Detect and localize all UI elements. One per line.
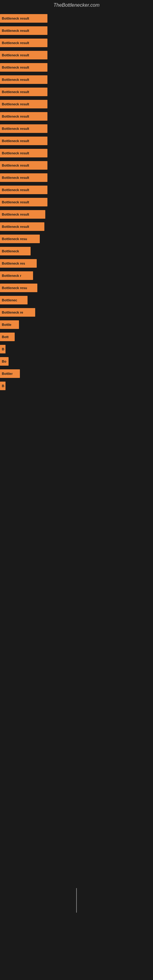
bar-label: Bottleneck result [2,90,29,94]
bottleneck-bar: Bottleneck result [0,88,48,96]
bar-label: Bottleneck result [2,151,29,155]
bar-label: Bottleneck result [2,213,29,216]
bar-row: Bottleneck result [0,49,153,61]
bar-row: Bottleneck result [0,123,153,135]
bar-row: Bottleneck r [0,269,153,282]
bar-label: Bottleneck r [2,274,21,277]
bar-label: Bottleneck re [2,310,23,314]
bar-label: Bottleneck res [2,261,25,265]
bar-label: Bottleneck result [2,139,29,143]
bar-row: Bottleneck re [0,306,153,318]
bar-label: Bottleneck result [2,225,29,229]
bar-label: Bott [2,335,9,339]
bar-row: Bottleneck res [0,257,153,269]
site-title: TheBottlenecker.com [0,0,153,9]
bar-row: B [0,380,153,392]
bar-row: Bottleneck result [0,86,153,98]
bottleneck-bar: B [0,345,5,353]
bottleneck-bar: Bottleneck resu [0,283,37,292]
bar-row: Bottleneck result [0,37,153,49]
bar-label: Bottleneck [2,249,19,253]
bar-row: Bottleneck resu [0,233,153,245]
bottleneck-bar: Bottler [0,369,20,378]
bottleneck-bar: Bottleneck result [0,26,48,35]
bar-row: B [0,343,153,355]
bottom-indicator [76,888,77,913]
bottleneck-bar: Bottleneck result [0,14,48,23]
bottleneck-bar: Bottleneck result [0,186,48,194]
bottleneck-bar: Bottleneck result [0,75,48,84]
bar-label: Bottle [2,323,11,326]
bars-container: Bottleneck resultBottleneck resultBottle… [0,9,153,922]
bottleneck-bar: Bottleneck result [0,149,48,158]
bottleneck-bar: Bottleneck re [0,308,35,317]
bar-row: Bottleneck result [0,12,153,24]
bottleneck-bar: B [0,382,5,390]
bar-row: Bottleneck result [0,172,153,184]
bottleneck-bar: Bottleneck result [0,137,48,145]
bar-row: Bottleneck result [0,208,153,221]
bottleneck-bar: Bottleneck r [0,271,33,280]
bar-label: Bottleneck result [2,176,29,180]
bar-row: Bo [0,355,153,368]
bar-row: Bottleneck result [0,184,153,196]
bar-row: Bottleneck result [0,135,153,147]
bar-label: Bottleneck resu [2,237,27,241]
bar-label: Bottleneck result [2,164,29,167]
bar-label: B [2,384,4,388]
bar-row: Bottleneck result [0,159,153,172]
bar-label: Bottler [2,372,13,375]
bottleneck-bar: Bottleneck result [0,100,48,108]
bottleneck-bar: Bottleneck result [0,38,48,47]
bar-label: Bottleneck result [2,29,29,32]
bar-label: Bottleneck result [2,41,29,45]
bottleneck-bar: Bo [0,357,9,366]
bar-label: Bottleneck result [2,53,29,57]
bar-row: Bottleneck result [0,61,153,73]
bottleneck-bar: Bottleneck result [0,198,48,207]
bar-label: Bottleneck result [2,188,29,192]
bar-row: Bottleneck result [0,147,153,159]
bottleneck-bar: Bottleneck result [0,210,45,219]
bottleneck-bar: Bottle [0,320,19,329]
bottleneck-bar: Bottleneck result [0,51,48,59]
bar-label: B [2,347,4,351]
bar-row: Bottleneck result [0,221,153,233]
bar-row: Bottleneck result [0,196,153,208]
bar-label: Bottleneck result [2,78,29,81]
bar-label: Bottleneck result [2,16,29,20]
bar-label: Bottleneck result [2,115,29,118]
bottleneck-bar: Bottleneck result [0,63,48,72]
bar-label: Bottleneck result [2,65,29,69]
bar-row: Bottleneck result [0,110,153,123]
bar-row: Bott [0,331,153,343]
bar-label: Bottleneck result [2,200,29,204]
bar-row: Bottleneck resu [0,282,153,294]
bar-row: Bottleneck result [0,24,153,37]
bottleneck-bar: Bottleneck result [0,173,48,182]
bottleneck-bar: Bottleneck [0,247,30,255]
bar-label: Bo [2,360,6,363]
bar-label: Bottleneck result [2,102,29,106]
bottleneck-bar: Bottleneck result [0,222,45,231]
bar-label: Bottlenec [2,298,17,302]
bottleneck-bar: Bottlenec [0,296,27,304]
bar-row: Bottleneck [0,245,153,257]
bottleneck-bar: Bott [0,332,15,341]
bottleneck-bar: Bottleneck result [0,124,48,133]
bar-label: Bottleneck resu [2,286,27,290]
bottleneck-bar: Bottleneck result [0,112,48,121]
bar-row: Bottleneck result [0,73,153,86]
bottleneck-bar: Bottleneck result [0,161,48,170]
bar-row: Bottle [0,318,153,331]
bottleneck-bar: Bottleneck resu [0,235,40,243]
bottleneck-bar: Bottleneck res [0,259,37,268]
bar-row: Bottlenec [0,294,153,306]
bar-label: Bottleneck result [2,127,29,130]
bar-row: Bottler [0,368,153,380]
bar-row: Bottleneck result [0,98,153,110]
